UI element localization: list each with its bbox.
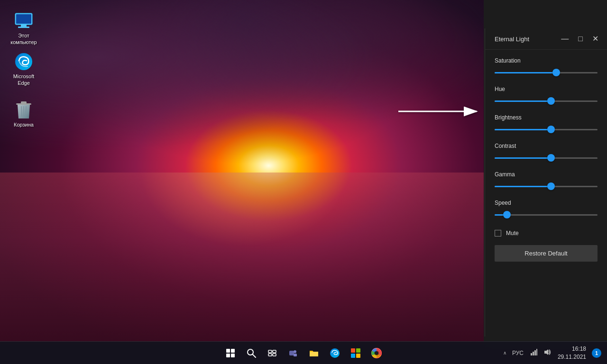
svg-rect-6	[21, 101, 27, 104]
gamma-track	[495, 186, 598, 187]
desktop-icon-edge[interactable]: MicrosoftEdge	[7, 50, 41, 89]
contrast-label: Contrast	[495, 143, 598, 149]
network-icon[interactable]	[529, 347, 539, 358]
saturation-thumb[interactable]	[552, 69, 560, 76]
panel-window-controls: — □ ✕	[560, 35, 599, 43]
taskbar-edge-button[interactable]	[325, 344, 344, 363]
windows-logo-icon	[226, 349, 235, 357]
clock-area[interactable]: 16:18 29.11.2021	[555, 344, 589, 362]
language-indicator[interactable]: РУС	[510, 349, 525, 357]
svg-line-9	[26, 106, 26, 117]
brightness-track	[495, 129, 598, 130]
brightness-label: Brightness	[495, 114, 598, 121]
recycle-bin-icon-img	[14, 100, 33, 119]
file-explorer-button[interactable]	[304, 344, 323, 363]
panel-content: Saturation Hue Brightness	[485, 50, 607, 337]
volume-status-icon	[543, 348, 551, 356]
edge-icon-img	[14, 52, 33, 71]
mute-row: Mute	[495, 230, 598, 237]
contrast-track	[495, 157, 598, 159]
svg-point-19	[294, 350, 296, 353]
contrast-track-container	[495, 153, 598, 163]
saturation-section: Saturation	[495, 57, 598, 77]
svg-rect-24	[356, 348, 360, 353]
task-view-icon	[267, 348, 277, 358]
contrast-section: Contrast	[495, 143, 598, 163]
desktop-icon-recycle-bin[interactable]: Корзина	[7, 99, 41, 130]
hue-section: Hue	[495, 86, 598, 106]
gamma-label: Gamma	[495, 171, 598, 178]
svg-rect-15	[273, 350, 276, 353]
contrast-fill	[495, 157, 551, 159]
saturation-track-container	[495, 68, 598, 77]
minimize-button[interactable]: —	[560, 35, 570, 43]
svg-point-22	[330, 348, 340, 358]
eternal-light-panel: Eternal Light — □ ✕ Saturation Hue	[485, 28, 607, 337]
svg-point-12	[248, 349, 253, 355]
color-app-button[interactable]	[367, 344, 386, 363]
panel-titlebar: Eternal Light — □ ✕	[485, 28, 607, 50]
svg-rect-23	[351, 348, 355, 353]
system-tray-icons: ∧ РУС	[503, 347, 552, 358]
svg-rect-3	[18, 27, 29, 28]
network-status-icon	[530, 348, 538, 356]
ms-store-button[interactable]	[346, 344, 365, 363]
clock-date: 29.11.2021	[558, 353, 586, 361]
svg-rect-31	[533, 352, 534, 355]
saturation-fill	[495, 72, 556, 73]
svg-rect-2	[21, 25, 27, 27]
teams-button[interactable]	[284, 344, 303, 363]
annotation-arrow	[398, 102, 484, 121]
mute-checkbox[interactable]	[495, 230, 501, 237]
start-button[interactable]	[221, 344, 240, 363]
volume-icon[interactable]	[543, 347, 552, 358]
brightness-section: Brightness	[495, 114, 598, 134]
hue-label: Hue	[495, 86, 598, 92]
svg-rect-32	[534, 350, 536, 355]
svg-rect-18	[289, 351, 294, 355]
taskbar-system-tray: ∧ РУС 16:18	[503, 342, 607, 364]
gamma-section: Gamma	[495, 171, 598, 191]
svg-point-29	[375, 351, 378, 355]
panel-title: Eternal Light	[495, 36, 529, 43]
clock-time: 16:18	[572, 345, 586, 353]
svg-rect-14	[268, 350, 272, 353]
notification-badge[interactable]: 1	[592, 348, 601, 358]
ms-store-icon	[350, 348, 361, 358]
gamma-track-container	[495, 182, 598, 191]
hue-track-container	[495, 96, 598, 106]
svg-rect-25	[351, 354, 355, 358]
svg-rect-16	[268, 354, 272, 356]
gamma-thumb[interactable]	[547, 182, 555, 190]
saturation-label: Saturation	[495, 57, 598, 64]
contrast-thumb[interactable]	[547, 154, 555, 162]
tray-expand-button[interactable]: ∧	[503, 350, 506, 355]
speed-thumb[interactable]	[503, 211, 511, 218]
desktop-icon-this-pc[interactable]: Этоткомпьютер	[7, 9, 41, 48]
svg-marker-34	[544, 349, 548, 355]
maximize-button[interactable]: □	[577, 35, 584, 43]
brightness-thumb[interactable]	[547, 126, 555, 133]
brightness-fill	[495, 129, 551, 130]
restore-default-button[interactable]: Restore Default	[495, 245, 598, 262]
svg-rect-17	[273, 354, 276, 356]
svg-line-8	[21, 106, 22, 117]
speed-section: Speed	[495, 200, 598, 219]
color-wheel-icon	[371, 348, 382, 358]
svg-rect-30	[531, 353, 532, 355]
hue-fill	[495, 100, 551, 102]
svg-rect-1	[16, 14, 31, 24]
search-button[interactable]	[242, 344, 261, 363]
svg-rect-33	[536, 349, 537, 355]
brightness-track-container	[495, 125, 598, 134]
desktop-background	[0, 0, 488, 345]
taskbar: ∧ РУС 16:18	[0, 341, 607, 364]
svg-line-13	[253, 355, 256, 357]
hue-thumb[interactable]	[547, 97, 555, 105]
task-view-button[interactable]	[263, 344, 282, 363]
hue-track	[495, 100, 598, 102]
edge-label: MicrosoftEdge	[13, 73, 35, 87]
saturation-track	[495, 72, 598, 73]
close-button[interactable]: ✕	[591, 35, 599, 43]
svg-rect-20	[294, 354, 297, 356]
